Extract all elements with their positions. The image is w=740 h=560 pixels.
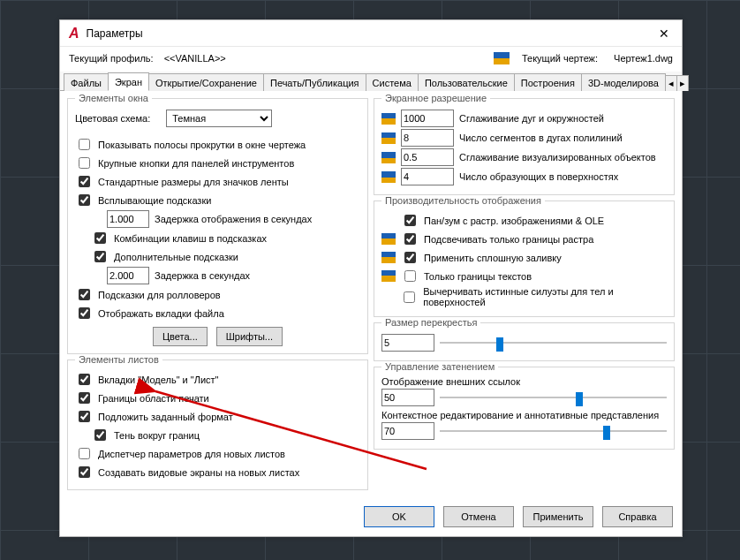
group-layout-elements-title: Элементы листов xyxy=(75,354,162,365)
help-button[interactable]: Справка xyxy=(602,506,673,527)
xref-fade-input[interactable] xyxy=(381,389,434,406)
btn-colors[interactable]: Цвета... xyxy=(153,327,208,346)
crosshair-input[interactable] xyxy=(381,334,434,352)
ext-delay-input[interactable] xyxy=(107,267,149,284)
tab-content: Элементы окна Цветовая схема: Темная Пок… xyxy=(60,91,682,499)
pline-segments-label: Число сегментов в дугах полилиний xyxy=(459,132,667,143)
group-display-performance: Производительность отображения Пан/зум с… xyxy=(374,201,675,317)
dwg-icon xyxy=(381,270,396,282)
cb-page-format-label: Подложить заданный формат xyxy=(98,412,233,422)
drawing-label: Текущий чертеж: xyxy=(522,53,598,64)
cb-create-viewports[interactable] xyxy=(79,466,90,478)
dwg-icon xyxy=(381,171,396,183)
cb-highlight-raster-label: Подсвечивать только границы растра xyxy=(424,234,593,245)
ctx-fade-label: Контекстное редактирование и аннотативны… xyxy=(381,410,667,420)
render-smooth-input[interactable] xyxy=(401,148,454,166)
tab-user[interactable]: Пользовательские xyxy=(418,73,515,91)
titlebar: A Параметры ✕ xyxy=(60,20,682,47)
cb-shortcut-keys[interactable] xyxy=(94,232,106,244)
dwg-icon xyxy=(494,52,510,64)
ctx-fade-slider[interactable] xyxy=(440,425,667,437)
group-fade-control: Управление затенением Отображение внешни… xyxy=(374,367,675,450)
dialog-footer: OK Отмена Применить Справка xyxy=(60,499,682,536)
cb-tooltips[interactable] xyxy=(79,194,90,206)
color-scheme-select[interactable]: Темная xyxy=(166,110,272,127)
group-fade-control-title: Управление затенением xyxy=(381,361,498,372)
dwg-icon xyxy=(381,132,396,144)
group-window-elements-title: Элементы окна xyxy=(75,93,152,103)
pline-segments-input[interactable] xyxy=(401,129,454,147)
cb-true-silhouettes[interactable] xyxy=(404,291,415,303)
dwg-icon xyxy=(381,233,396,245)
tab-3d[interactable]: 3D-моделирова xyxy=(581,73,666,91)
cb-rollover-tips[interactable] xyxy=(79,289,90,300)
cb-model-list-tabs-label: Вкладки "Модель" и "Лист" xyxy=(98,375,219,385)
dwg-icon xyxy=(381,152,396,163)
tab-print[interactable]: Печать/Публикация xyxy=(263,73,366,91)
cb-file-tabs[interactable] xyxy=(79,307,90,319)
cb-ext-tooltips[interactable] xyxy=(94,251,106,262)
apply-button[interactable]: Применить xyxy=(523,506,593,527)
cb-highlight-raster[interactable] xyxy=(404,233,416,245)
autocad-icon: A xyxy=(69,26,79,42)
cancel-button[interactable]: Отмена xyxy=(443,506,514,527)
cb-large-buttons[interactable] xyxy=(79,157,90,169)
options-dialog: A Параметры ✕ Текущий профиль: <<VANILLA… xyxy=(59,19,683,537)
cb-shortcut-keys-label: Комбинации клавиш в подсказках xyxy=(114,233,267,244)
group-window-elements: Элементы окна Цветовая схема: Темная Пок… xyxy=(67,98,368,354)
ok-button[interactable]: OK xyxy=(364,506,434,527)
tab-open-save[interactable]: Открытие/Сохранение xyxy=(148,73,264,91)
group-display-performance-title: Производительность отображения xyxy=(381,195,545,206)
left-column: Элементы окна Цветовая схема: Темная Пок… xyxy=(67,98,368,492)
slider-thumb-icon[interactable] xyxy=(496,337,503,352)
tab-drafting[interactable]: Построения xyxy=(514,73,582,91)
btn-fonts[interactable]: Шрифты... xyxy=(216,327,283,346)
drawing-value: Чертеж1.dwg xyxy=(614,53,673,64)
surface-isolines-label: Число образующих в поверхностях xyxy=(459,171,667,182)
cb-file-tabs-label: Отображать вкладки файла xyxy=(98,308,224,319)
cb-page-setup-mgr[interactable] xyxy=(79,448,90,459)
cb-scrollbars[interactable] xyxy=(79,139,90,150)
cb-solid-fill[interactable] xyxy=(404,252,416,263)
tab-screen[interactable]: Экран xyxy=(108,72,149,91)
ctx-fade-input[interactable] xyxy=(381,422,434,440)
close-icon[interactable]: ✕ xyxy=(653,25,675,42)
tab-scroll-right-icon[interactable]: ▸ xyxy=(676,75,689,91)
group-display-resolution-title: Экранное разрешение xyxy=(381,93,490,103)
xref-fade-label: Отображение внешних ссылок xyxy=(381,376,667,387)
cb-print-area[interactable] xyxy=(79,392,90,404)
tooltip-delay-label: Задержка отображения в секундах xyxy=(155,214,312,224)
crosshair-slider[interactable] xyxy=(440,337,667,349)
tooltip-delay-input[interactable] xyxy=(107,210,149,228)
profile-value: <<VANILLA>> xyxy=(164,53,226,64)
cb-tooltips-label: Всплывающие подсказки xyxy=(98,195,211,206)
arc-smooth-input[interactable] xyxy=(401,110,454,127)
cb-panzoom-raster-label: Пан/зум с растр. изображениями & OLE xyxy=(424,216,604,226)
cb-shadow-label: Тень вокруг границ xyxy=(114,430,200,441)
tab-scroll-left-icon[interactable]: ◂ xyxy=(665,75,677,91)
color-scheme-label: Цветовая схема: xyxy=(75,113,150,124)
cb-page-format[interactable] xyxy=(79,411,90,422)
cb-std-ribbon-icons[interactable] xyxy=(79,176,90,187)
cb-solid-fill-label: Применить сплошную заливку xyxy=(424,253,562,263)
dwg-icon xyxy=(381,252,396,263)
xref-fade-slider[interactable] xyxy=(440,391,667,404)
tabs: Файлы Экран Открытие/Сохранение Печать/П… xyxy=(60,72,682,91)
slider-thumb-icon[interactable] xyxy=(576,392,583,406)
surface-isolines-input[interactable] xyxy=(401,168,454,185)
cb-text-boundaries[interactable] xyxy=(404,270,416,282)
render-smooth-label: Сглаживание визуализированных объектов xyxy=(459,152,667,163)
group-layout-elements: Элементы листов Вкладки "Модель" и "Лист… xyxy=(67,359,368,490)
group-display-resolution: Экранное разрешение Сглаживание дуг и ок… xyxy=(374,98,675,195)
cb-large-buttons-label: Крупные кнопки для панелей инструментов xyxy=(98,158,294,169)
cb-panzoom-raster[interactable] xyxy=(404,215,416,226)
cb-model-list-tabs[interactable] xyxy=(79,374,90,385)
tab-system[interactable]: Система xyxy=(366,73,419,91)
cb-true-silhouettes-label: Вычерчивать истинные силуэты для тел и п… xyxy=(423,286,667,307)
cb-shadow[interactable] xyxy=(94,429,106,441)
cb-ext-tooltips-label: Дополнительные подсказки xyxy=(114,252,238,262)
slider-thumb-icon[interactable] xyxy=(603,426,610,440)
cb-rollover-tips-label: Подсказки для ролловеров xyxy=(98,290,221,300)
cb-page-setup-mgr-label: Диспетчер параметров для новых листов xyxy=(98,449,285,459)
tab-files[interactable]: Файлы xyxy=(64,73,109,91)
